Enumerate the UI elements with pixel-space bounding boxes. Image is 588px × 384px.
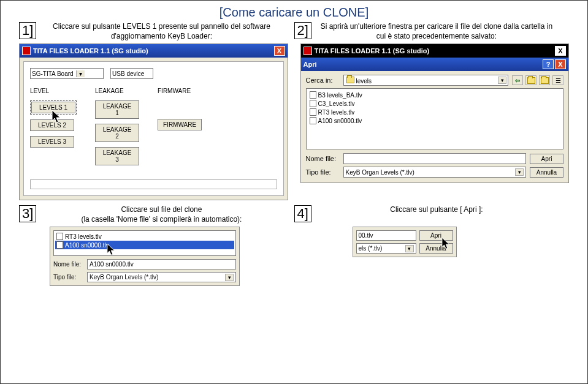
step4-screenshot: 00.tlv Apri els (*.tlv) ▾ Annulla <box>353 227 457 257</box>
file-name: RT3 levels.tlv <box>318 109 355 116</box>
board-select-value: SG-TITA Board <box>32 70 74 77</box>
file-name-value: A100 sn0000.tlv <box>90 261 134 268</box>
file-item[interactable]: B3 levels_BA.tlv <box>308 91 562 99</box>
close-icon[interactable]: X <box>555 46 566 56</box>
step-3-number: 3] <box>19 205 36 222</box>
chevron-down-icon[interactable]: ▾ <box>76 70 85 77</box>
file-name-input[interactable]: A100 sn0000.tlv <box>87 259 236 269</box>
device-select[interactable]: USB device <box>110 68 153 79</box>
open-button[interactable]: Apri <box>419 230 453 241</box>
loader-window: TITA FILES LOADER 1.1 (SG studio) X SG-T… <box>19 43 288 200</box>
file-name: RT3 levels.tlv <box>65 233 102 240</box>
file-type-select[interactable]: KeyB Organ Levels (*.tlv) ▾ <box>87 272 236 282</box>
folder-icon <box>346 77 354 83</box>
chevron-down-icon[interactable]: ▾ <box>405 245 414 252</box>
step-3-text: Cliccare sul file del clone (la casella … <box>41 205 294 224</box>
leakage-1-button[interactable]: LEAKAGE 1 <box>95 100 139 119</box>
step-2-number: 2] <box>294 22 311 39</box>
file-item[interactable]: RT3 levels.tlv <box>308 108 562 116</box>
file-list[interactable]: RT3 levels.tlv A100 sn0000.tlv <box>53 230 236 256</box>
step3-screenshot: RT3 levels.tlv A100 sn0000.tlv Nome file… <box>50 227 240 286</box>
search-in-label: Cerca in: <box>306 77 340 84</box>
open-dialog-window: TITA FILES LOADER 1.1 (SG studio) X Apri… <box>300 43 570 183</box>
file-type-label: Tipo file: <box>306 168 340 176</box>
new-folder-icon[interactable] <box>539 75 550 85</box>
file-icon <box>310 108 316 116</box>
app-icon <box>22 47 31 55</box>
levels-3-button[interactable]: LEVELS 3 <box>30 136 74 148</box>
step-4-number: 4] <box>294 205 311 222</box>
open-button[interactable]: Apri <box>530 154 563 164</box>
step-1-text: Cliccare sul pulsante LEVELS 1 presente … <box>41 22 294 41</box>
close-icon[interactable]: X <box>274 46 285 56</box>
leakage-3-button[interactable]: LEAKAGE 3 <box>95 147 139 165</box>
file-name: C3_Levels.tlv <box>318 100 355 107</box>
file-icon <box>56 241 63 249</box>
open-dialog-title: Apri <box>304 61 542 68</box>
page-title: [Come caricare un CLONE] <box>1 1 587 22</box>
file-name-label: Nome file: <box>53 261 84 268</box>
file-name-partial[interactable]: 00.tlv <box>356 230 416 241</box>
partial-text: els (*.tlv) <box>359 245 383 252</box>
device-select-value: USB device <box>112 70 144 77</box>
status-bar <box>30 179 277 189</box>
app-icon <box>304 47 312 55</box>
board-select[interactable]: SG-TITA Board ▾ <box>30 68 104 79</box>
file-icon <box>310 91 316 99</box>
file-type-value: KeyB Organ Levels (*.tlv) <box>346 169 414 176</box>
view-menu-icon[interactable]: ☰ <box>552 75 563 85</box>
file-icon <box>56 233 63 240</box>
open-dialog-parent-titlebar: TITA FILES LOADER 1.1 (SG studio) X <box>301 44 569 58</box>
cancel-button[interactable]: Annulla <box>530 167 563 178</box>
file-type-select[interactable]: KeyB Organ Levels (*.tlv) ▾ <box>343 167 527 178</box>
folder-name: levels <box>356 78 372 85</box>
section-leakage-label: LEAKAGE <box>95 88 139 94</box>
chevron-down-icon[interactable]: ▾ <box>515 168 524 176</box>
file-item[interactable]: RT3 levels.tlv <box>55 232 234 241</box>
levels-1-button[interactable]: LEVELS 1 <box>31 102 75 113</box>
open-dialog-parent-title: TITA FILES LOADER 1.1 (SG studio) <box>315 47 554 55</box>
file-list[interactable]: B3 levels_BA.tlv C3_Levels.tlv RT3 level… <box>306 88 564 149</box>
cancel-button[interactable]: Annulla <box>419 243 453 254</box>
folder-select[interactable]: levels ▾ <box>343 75 509 86</box>
chevron-down-icon[interactable]: ▾ <box>225 274 234 281</box>
close-icon[interactable]: X <box>555 59 566 69</box>
file-icon <box>310 100 316 107</box>
loader-titlebar: TITA FILES LOADER 1.1 (SG studio) X <box>20 44 288 58</box>
loader-title: TITA FILES LOADER 1.1 (SG studio) <box>33 47 273 55</box>
back-icon[interactable]: ⇦ <box>512 75 523 85</box>
help-icon[interactable]: ? <box>543 59 554 69</box>
step-2-text: Si aprirà un'ulteriore finestra per cari… <box>316 22 569 41</box>
file-type-partial[interactable]: els (*.tlv) ▾ <box>356 243 416 254</box>
file-icon <box>310 117 316 124</box>
file-name: A100 sn0000.tlv <box>318 118 362 124</box>
firmware-button[interactable]: FIRMWARE <box>158 119 202 130</box>
open-dialog-titlebar: Apri ? X <box>301 58 569 71</box>
up-folder-icon[interactable] <box>525 75 536 85</box>
file-name: A100 sn0000.tlv <box>65 242 109 249</box>
file-type-value: KeyB Organ Levels (*.tlv) <box>90 274 158 280</box>
file-name: B3 levels_BA.tlv <box>318 92 362 99</box>
levels-2-button[interactable]: LEVELS 2 <box>30 119 74 131</box>
file-item[interactable]: C3_Levels.tlv <box>308 99 562 108</box>
leakage-2-button[interactable]: LEAKAGE 2 <box>95 124 139 142</box>
file-item-selected[interactable]: A100 sn0000.tlv <box>55 241 234 249</box>
section-level-label: LEVEL <box>30 88 77 94</box>
partial-text: 00.tlv <box>359 232 373 239</box>
step-1-number: 1] <box>19 22 36 39</box>
file-item[interactable]: A100 sn0000.tlv <box>308 116 562 125</box>
file-name-input[interactable] <box>343 153 527 164</box>
section-firmware-label: FIRMWARE <box>158 88 202 94</box>
file-type-label: Tipo file: <box>53 274 84 280</box>
step-4-text: Cliccare sul pulsante [ Apri ]: <box>316 205 569 215</box>
file-name-label: Nome file: <box>306 155 340 162</box>
chevron-down-icon[interactable]: ▾ <box>498 77 506 84</box>
